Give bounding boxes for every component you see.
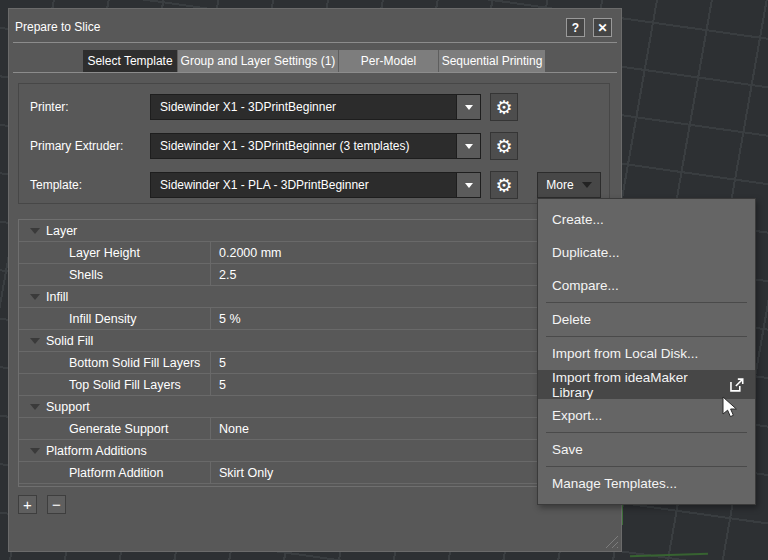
setting-name: Generate Support xyxy=(19,418,211,439)
tabbar-divider xyxy=(13,72,617,73)
printer-value: Sidewinder X1 - 3DPrintBeginner xyxy=(151,100,456,114)
more-button[interactable]: More xyxy=(537,172,601,198)
chevron-down-icon[interactable] xyxy=(456,134,480,158)
more-menu: Create... Duplicate... Compare... Delete… xyxy=(537,198,756,505)
titlebar-divider xyxy=(13,42,617,43)
external-link-icon xyxy=(729,377,745,393)
setting-name: Shells xyxy=(19,264,211,285)
collapse-icon[interactable] xyxy=(30,404,40,410)
settings-row[interactable]: Shells2.5 xyxy=(19,264,609,286)
primary-extruder-dropdown[interactable]: Sidewinder X1 - 3DPrintBeginner (3 templ… xyxy=(150,133,481,159)
settings-row[interactable]: Layer Height0.2000 mm xyxy=(19,242,609,264)
chevron-down-icon[interactable] xyxy=(456,95,480,119)
resize-grip[interactable] xyxy=(604,534,618,548)
menu-item-compare[interactable]: Compare... xyxy=(538,269,755,302)
chevron-down-icon[interactable] xyxy=(456,173,480,197)
tab-sequential-printing[interactable]: Sequential Printing xyxy=(438,50,545,72)
menu-item-label: Compare... xyxy=(552,278,619,293)
menu-item-label: Create... xyxy=(552,212,604,227)
collapse-icon[interactable] xyxy=(30,228,40,234)
tab-group-and-layer-settings[interactable]: Group and Layer Settings (1) xyxy=(177,50,338,72)
group-label: Infill xyxy=(19,290,68,304)
menu-item-export[interactable]: Export... xyxy=(538,399,755,432)
menu-item-label: Save xyxy=(552,442,583,457)
collapse-icon[interactable] xyxy=(30,294,40,300)
setting-name: Layer Height xyxy=(19,242,211,263)
collapse-icon[interactable] xyxy=(30,338,40,344)
menu-item-delete[interactable]: Delete xyxy=(538,303,755,336)
dialog-title: Prepare to Slice xyxy=(15,20,100,34)
printer-settings-button[interactable]: ⚙ xyxy=(490,93,518,121)
close-icon: ✕ xyxy=(597,21,607,35)
menu-item-create[interactable]: Create... xyxy=(538,203,755,236)
extruder-settings-button[interactable]: ⚙ xyxy=(490,132,518,160)
build-plate-green-line xyxy=(630,553,708,558)
more-button-label: More xyxy=(546,178,573,192)
primary-extruder-label: Primary Extruder: xyxy=(30,139,123,153)
tab-per-model[interactable]: Per-Model xyxy=(338,50,438,72)
template-dropdown[interactable]: Sidewinder X1 - PLA - 3DPrintBeginner xyxy=(150,172,481,198)
menu-item-duplicate[interactable]: Duplicate... xyxy=(538,236,755,269)
close-button[interactable]: ✕ xyxy=(593,18,612,37)
menu-item-label: Import from Local Disk... xyxy=(552,346,698,361)
settings-row[interactable]: Top Solid Fill Layers5 xyxy=(19,374,609,396)
menu-item-label: Import from ideaMaker Library xyxy=(552,370,729,400)
tab-label: Group and Layer Settings (1) xyxy=(181,54,336,68)
settings-group-row[interactable]: Layer xyxy=(19,220,609,242)
printer-label: Printer: xyxy=(30,100,69,114)
menu-item-label: Duplicate... xyxy=(552,245,620,260)
settings-group-row[interactable]: Support xyxy=(19,396,609,418)
printer-dropdown[interactable]: Sidewinder X1 - 3DPrintBeginner xyxy=(150,94,481,120)
menu-item-import-ideamaker-library[interactable]: Import from ideaMaker Library xyxy=(538,370,755,399)
settings-row[interactable]: Generate SupportNone xyxy=(19,418,609,440)
gear-icon: ⚙ xyxy=(495,137,512,156)
settings-row[interactable]: Infill Density5 % xyxy=(19,308,609,330)
collapse-icon[interactable] xyxy=(30,448,40,454)
template-settings-button[interactable]: ⚙ xyxy=(490,171,518,199)
tab-bar: Select Template Group and Layer Settings… xyxy=(83,50,545,72)
tab-label: Sequential Printing xyxy=(442,54,543,68)
settings-group-row[interactable]: Solid Fill xyxy=(19,330,609,352)
menu-item-save[interactable]: Save xyxy=(538,433,755,466)
gear-icon: ⚙ xyxy=(495,176,512,195)
tab-label: Per-Model xyxy=(361,54,416,68)
template-label: Template: xyxy=(30,178,82,192)
gear-icon: ⚙ xyxy=(495,98,512,117)
chevron-down-icon xyxy=(582,182,592,188)
tab-select-template[interactable]: Select Template xyxy=(83,50,177,72)
menu-item-label: Export... xyxy=(552,408,602,423)
setting-name: Bottom Solid Fill Layers xyxy=(19,352,211,373)
menu-item-label: Manage Templates... xyxy=(552,476,677,491)
add-setting-button[interactable]: + xyxy=(18,495,37,514)
help-icon: ? xyxy=(572,21,579,35)
primary-extruder-value: Sidewinder X1 - 3DPrintBeginner (3 templ… xyxy=(151,139,456,153)
settings-group-row[interactable]: Infill xyxy=(19,286,609,308)
remove-setting-button[interactable]: − xyxy=(47,495,66,514)
plus-icon: + xyxy=(23,496,32,513)
settings-table: Layer Layer Height0.2000 mm Shells2.5 In… xyxy=(18,219,610,487)
group-label: Layer xyxy=(19,224,77,238)
tab-label: Select Template xyxy=(87,54,172,68)
prepare-to-slice-dialog: Prepare to Slice ? ✕ Select Template Gro… xyxy=(8,8,622,552)
menu-item-import-local-disk[interactable]: Import from Local Disk... xyxy=(538,337,755,370)
setting-name: Platform Addition xyxy=(19,462,211,483)
settings-row[interactable]: Platform AdditionSkirt Only xyxy=(19,462,609,484)
menu-item-manage-templates[interactable]: Manage Templates... xyxy=(538,467,755,500)
setting-name: Infill Density xyxy=(19,308,211,329)
settings-row[interactable]: Bottom Solid Fill Layers5 xyxy=(19,352,609,374)
settings-group-row[interactable]: Platform Additions xyxy=(19,440,609,462)
help-button[interactable]: ? xyxy=(566,18,585,37)
setting-name: Top Solid Fill Layers xyxy=(19,374,211,395)
minus-icon: − xyxy=(52,496,61,513)
template-value: Sidewinder X1 - PLA - 3DPrintBeginner xyxy=(151,178,456,192)
menu-item-label: Delete xyxy=(552,312,591,327)
